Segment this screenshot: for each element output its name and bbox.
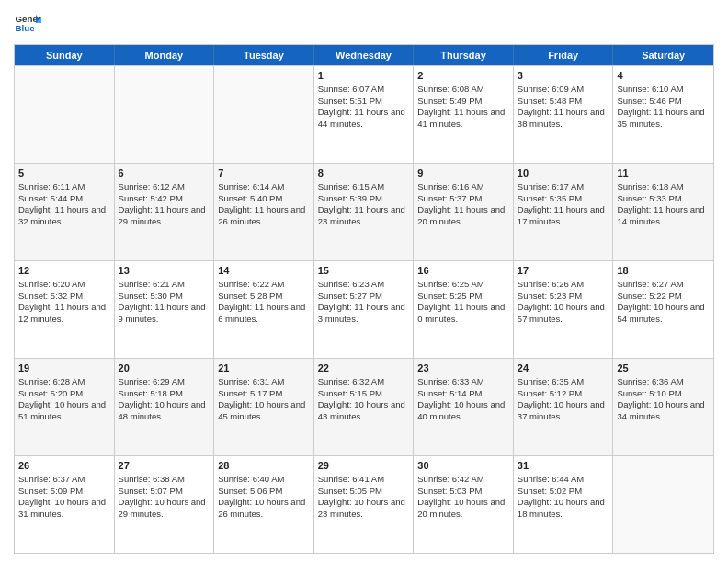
day-info: Sunrise: 6:15 AM Sunset: 5:39 PM Dayligh… <box>318 181 405 226</box>
day-cell-20: 20Sunrise: 6:29 AM Sunset: 5:18 PM Dayli… <box>115 359 215 455</box>
day-info: Sunrise: 6:32 AM Sunset: 5:15 PM Dayligh… <box>318 376 405 421</box>
day-number: 14 <box>218 264 310 278</box>
day-cell-1: 1Sunrise: 6:07 AM Sunset: 5:51 PM Daylig… <box>314 66 415 163</box>
weekday-header-saturday: Saturday <box>613 45 713 65</box>
day-info: Sunrise: 6:36 AM Sunset: 5:10 PM Dayligh… <box>617 376 704 421</box>
day-info: Sunrise: 6:35 AM Sunset: 5:12 PM Dayligh… <box>518 376 605 421</box>
day-number: 2 <box>417 69 509 83</box>
weekday-header-wednesday: Wednesday <box>314 45 415 65</box>
weekday-header-thursday: Thursday <box>414 45 514 65</box>
day-number: 17 <box>518 264 609 278</box>
day-info: Sunrise: 6:14 AM Sunset: 5:40 PM Dayligh… <box>218 181 305 226</box>
logo-icon: General Blue <box>14 9 41 37</box>
day-cell-23: 23Sunrise: 6:33 AM Sunset: 5:14 PM Dayli… <box>414 359 514 455</box>
logo: General Blue <box>14 9 41 37</box>
day-number: 20 <box>119 362 210 375</box>
day-number: 3 <box>518 69 609 83</box>
day-number: 15 <box>318 264 410 278</box>
day-cell-15: 15Sunrise: 6:23 AM Sunset: 5:27 PM Dayli… <box>314 261 415 358</box>
calendar-body: 1Sunrise: 6:07 AM Sunset: 5:51 PM Daylig… <box>15 65 713 553</box>
day-info: Sunrise: 6:12 AM Sunset: 5:42 PM Dayligh… <box>119 181 206 226</box>
calendar-row-2: 12Sunrise: 6:20 AM Sunset: 5:32 PM Dayli… <box>15 260 713 358</box>
day-info: Sunrise: 6:41 AM Sunset: 5:05 PM Dayligh… <box>318 474 405 519</box>
day-number: 5 <box>18 167 110 180</box>
day-number: 18 <box>617 264 710 278</box>
day-number: 9 <box>417 167 509 180</box>
day-number: 21 <box>218 362 310 375</box>
day-cell-26: 26Sunrise: 6:37 AM Sunset: 5:09 PM Dayli… <box>15 456 115 553</box>
day-cell-14: 14Sunrise: 6:22 AM Sunset: 5:28 PM Dayli… <box>214 261 314 358</box>
day-cell-30: 30Sunrise: 6:42 AM Sunset: 5:03 PM Dayli… <box>414 456 514 553</box>
day-info: Sunrise: 6:23 AM Sunset: 5:27 PM Dayligh… <box>318 279 405 324</box>
day-number: 31 <box>518 459 609 473</box>
day-info: Sunrise: 6:08 AM Sunset: 5:49 PM Dayligh… <box>417 84 505 129</box>
day-info: Sunrise: 6:17 AM Sunset: 5:35 PM Dayligh… <box>518 181 605 226</box>
empty-cell-0-2 <box>214 66 314 163</box>
calendar-header: SundayMondayTuesdayWednesdayThursdayFrid… <box>15 45 713 65</box>
day-info: Sunrise: 6:09 AM Sunset: 5:48 PM Dayligh… <box>518 84 605 129</box>
day-number: 30 <box>417 459 509 473</box>
day-info: Sunrise: 6:21 AM Sunset: 5:30 PM Dayligh… <box>119 279 206 324</box>
day-info: Sunrise: 6:38 AM Sunset: 5:07 PM Dayligh… <box>119 474 206 519</box>
day-cell-13: 13Sunrise: 6:21 AM Sunset: 5:30 PM Dayli… <box>115 261 215 358</box>
day-number: 7 <box>218 167 310 180</box>
day-number: 13 <box>119 264 210 278</box>
weekday-header-friday: Friday <box>514 45 614 65</box>
day-number: 4 <box>617 69 710 83</box>
day-number: 24 <box>518 362 609 375</box>
calendar-row-4: 26Sunrise: 6:37 AM Sunset: 5:09 PM Dayli… <box>15 455 713 553</box>
day-number: 11 <box>617 167 710 180</box>
day-info: Sunrise: 6:28 AM Sunset: 5:20 PM Dayligh… <box>18 376 106 421</box>
calendar: SundayMondayTuesdayWednesdayThursdayFrid… <box>14 44 714 554</box>
empty-cell-0-0 <box>15 66 115 163</box>
day-number: 16 <box>417 264 509 278</box>
day-cell-6: 6Sunrise: 6:12 AM Sunset: 5:42 PM Daylig… <box>115 164 215 260</box>
day-cell-27: 27Sunrise: 6:38 AM Sunset: 5:07 PM Dayli… <box>115 456 215 553</box>
header: General Blue <box>14 9 714 37</box>
day-cell-16: 16Sunrise: 6:25 AM Sunset: 5:25 PM Dayli… <box>414 261 514 358</box>
day-number: 25 <box>617 362 710 375</box>
day-cell-2: 2Sunrise: 6:08 AM Sunset: 5:49 PM Daylig… <box>414 66 514 163</box>
svg-text:Blue: Blue <box>16 23 36 33</box>
day-info: Sunrise: 6:33 AM Sunset: 5:14 PM Dayligh… <box>417 376 505 421</box>
page: General Blue SundayMondayTuesdayWednesda… <box>0 0 728 563</box>
day-cell-18: 18Sunrise: 6:27 AM Sunset: 5:22 PM Dayli… <box>613 261 713 358</box>
day-cell-12: 12Sunrise: 6:20 AM Sunset: 5:32 PM Dayli… <box>15 261 115 358</box>
weekday-header-tuesday: Tuesday <box>214 45 314 65</box>
day-cell-11: 11Sunrise: 6:18 AM Sunset: 5:33 PM Dayli… <box>613 164 713 260</box>
day-cell-24: 24Sunrise: 6:35 AM Sunset: 5:12 PM Dayli… <box>514 359 614 455</box>
day-number: 23 <box>417 362 509 375</box>
day-cell-17: 17Sunrise: 6:26 AM Sunset: 5:23 PM Dayli… <box>514 261 614 358</box>
day-cell-22: 22Sunrise: 6:32 AM Sunset: 5:15 PM Dayli… <box>314 359 415 455</box>
day-number: 26 <box>18 459 110 473</box>
day-info: Sunrise: 6:11 AM Sunset: 5:44 PM Dayligh… <box>18 181 106 226</box>
day-cell-29: 29Sunrise: 6:41 AM Sunset: 5:05 PM Dayli… <box>314 456 415 553</box>
day-number: 28 <box>218 459 310 473</box>
day-cell-3: 3Sunrise: 6:09 AM Sunset: 5:48 PM Daylig… <box>514 66 614 163</box>
day-cell-25: 25Sunrise: 6:36 AM Sunset: 5:10 PM Dayli… <box>613 359 713 455</box>
day-cell-9: 9Sunrise: 6:16 AM Sunset: 5:37 PM Daylig… <box>414 164 514 260</box>
calendar-row-3: 19Sunrise: 6:28 AM Sunset: 5:20 PM Dayli… <box>15 358 713 455</box>
day-number: 6 <box>119 167 210 180</box>
day-cell-8: 8Sunrise: 6:15 AM Sunset: 5:39 PM Daylig… <box>314 164 415 260</box>
day-info: Sunrise: 6:18 AM Sunset: 5:33 PM Dayligh… <box>617 181 704 226</box>
calendar-row-0: 1Sunrise: 6:07 AM Sunset: 5:51 PM Daylig… <box>15 65 713 163</box>
day-number: 29 <box>318 459 410 473</box>
empty-cell-0-1 <box>115 66 215 163</box>
day-cell-5: 5Sunrise: 6:11 AM Sunset: 5:44 PM Daylig… <box>15 164 115 260</box>
day-cell-21: 21Sunrise: 6:31 AM Sunset: 5:17 PM Dayli… <box>214 359 314 455</box>
day-info: Sunrise: 6:10 AM Sunset: 5:46 PM Dayligh… <box>617 84 704 129</box>
day-info: Sunrise: 6:31 AM Sunset: 5:17 PM Dayligh… <box>218 376 305 421</box>
day-info: Sunrise: 6:42 AM Sunset: 5:03 PM Dayligh… <box>417 474 505 519</box>
day-cell-4: 4Sunrise: 6:10 AM Sunset: 5:46 PM Daylig… <box>613 66 713 163</box>
day-info: Sunrise: 6:44 AM Sunset: 5:02 PM Dayligh… <box>518 474 605 519</box>
day-info: Sunrise: 6:29 AM Sunset: 5:18 PM Dayligh… <box>119 376 206 421</box>
calendar-row-1: 5Sunrise: 6:11 AM Sunset: 5:44 PM Daylig… <box>15 163 713 260</box>
day-number: 12 <box>18 264 110 278</box>
day-info: Sunrise: 6:07 AM Sunset: 5:51 PM Dayligh… <box>318 84 405 129</box>
empty-cell-4-6 <box>613 456 713 553</box>
day-info: Sunrise: 6:26 AM Sunset: 5:23 PM Dayligh… <box>518 279 605 324</box>
day-info: Sunrise: 6:37 AM Sunset: 5:09 PM Dayligh… <box>18 474 106 519</box>
day-info: Sunrise: 6:25 AM Sunset: 5:25 PM Dayligh… <box>417 279 505 324</box>
day-cell-28: 28Sunrise: 6:40 AM Sunset: 5:06 PM Dayli… <box>214 456 314 553</box>
